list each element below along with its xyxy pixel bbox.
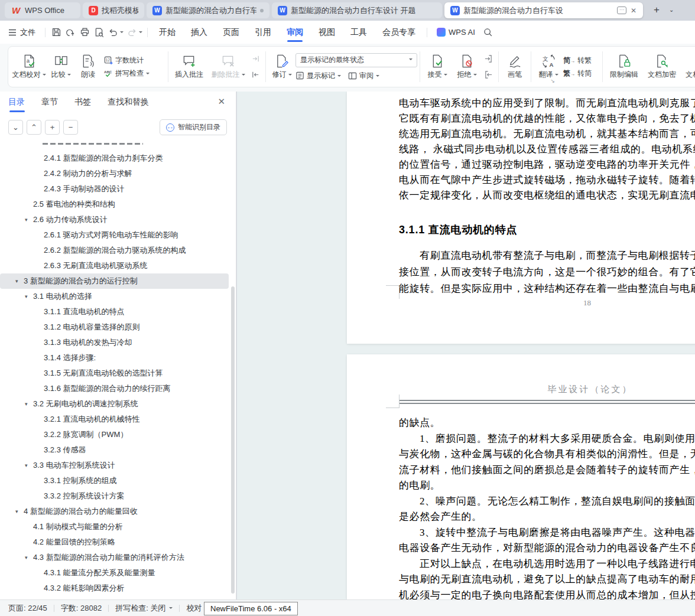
markup-state-dropdown[interactable]: 显示标记的最终状态 (295, 53, 417, 67)
undo-button[interactable] (106, 25, 120, 40)
window-tab[interactable]: W 新型能源的混合动力自行车设 ⋯ ✕ (444, 2, 643, 18)
chevron-down-icon[interactable]: ▾ (25, 217, 33, 223)
chevron-down-icon[interactable]: ▾ (25, 462, 33, 468)
menu-item[interactable]: 页面 (215, 21, 247, 44)
toc-item[interactable]: ▾ 3.1.1 直流电动机的特点 (0, 304, 229, 320)
toc-item[interactable]: ▾ 3.1 电动机的选择 (0, 289, 229, 304)
review-pane-button[interactable]: 审阅 (348, 71, 379, 81)
menu-item[interactable]: 视图 (311, 21, 343, 44)
page-indicator[interactable]: 页面: 22/45 (8, 603, 47, 614)
sidebar-tab[interactable]: 查找和替换 (108, 97, 149, 111)
document-page-19[interactable]: 毕业设计（论文） 的缺点。 1、磨损问题。整流子的材料大多采用硬质合金。电刷则使… (347, 354, 695, 599)
redo-button[interactable] (125, 25, 139, 40)
print-button[interactable] (77, 25, 92, 40)
toc-item[interactable]: ▾ 3.3.1 控制系统的组成 (0, 473, 229, 488)
close-tab-icon[interactable]: ✕ (630, 6, 637, 15)
document-page-18[interactable]: 18 电动车驱动系统中的应用受到了限制。而无刷直流电动机则克服了有刷 它既有有刷… (347, 92, 695, 344)
reject-button[interactable]: 拒绝 (452, 49, 482, 84)
proofread-button[interactable]: a 文档校对 (11, 49, 47, 84)
delete-comment-button[interactable]: 删除批注 (207, 49, 249, 84)
chevron-down-icon[interactable]: ▾ (15, 509, 24, 514)
toc-item[interactable]: ▾ 3 新型能源的混合动力的运行控制 (0, 273, 229, 289)
toc-item[interactable]: ▾ 3.2.1 直流电动机的机械特性 (0, 412, 229, 427)
toc-item[interactable]: ▾ 3.2.3 传感器 (0, 442, 229, 458)
zoom-out-button[interactable]: − (63, 120, 78, 135)
toc-item[interactable]: ▾ 4.2 能量回馈的控制策略 (0, 534, 229, 550)
compare-button[interactable]: 比较 (47, 49, 74, 84)
sidebar-tab[interactable]: 目录 (8, 97, 25, 111)
sidebar-scrollbar[interactable] (231, 286, 235, 594)
print-preview-button[interactable] (92, 25, 106, 40)
toc-item[interactable]: ▾ 3.1.4 选择步骤: (0, 350, 229, 366)
word-count-button[interactable]: 12 字数统计 (104, 56, 144, 66)
file-menu-button[interactable]: 文件 (0, 27, 41, 38)
next-revision-button[interactable] (482, 69, 495, 82)
word-count-indicator[interactable]: 字数: 28082 (61, 603, 102, 614)
export-button[interactable] (63, 25, 77, 40)
search-button[interactable] (481, 25, 495, 40)
zoom-in-button[interactable]: + (45, 120, 60, 135)
sidebar-tab[interactable]: 章节 (41, 97, 58, 111)
toc-item[interactable]: ▾ 2.6.2 新型能源的混合动力驱动系统的构成 (0, 243, 229, 258)
chevron-down-icon[interactable]: ▾ (15, 278, 24, 284)
toc-item[interactable]: ▾ 2.4.1 新型能源的混合动力刹车分类 (0, 151, 229, 166)
ribbon-expand-icon[interactable]: ↘ (550, 78, 555, 84)
toc-item[interactable]: ▾ 4.1 制动模式与能量的分析 (0, 519, 229, 534)
previous-comment-button[interactable] (249, 53, 262, 66)
collapse-all-button[interactable]: ⌃ (27, 120, 41, 135)
redo-dropdown-icon[interactable] (139, 31, 142, 35)
window-tab[interactable]: W WPS Office ⋯ ✕ (5, 2, 80, 18)
toc-item[interactable]: ▾ 3.2.2 脉宽调制（PWM） (0, 427, 229, 442)
toc-item[interactable]: ▾ 3.1.2 电动机容量选择的原则 (0, 320, 229, 335)
new-tab-button[interactable]: + (649, 4, 664, 16)
chevron-down-icon[interactable]: ▾ (25, 401, 33, 407)
window-tab[interactable]: D 找稻壳模板 ⋯ ✕ (83, 2, 144, 18)
traditional-to-simplified-button[interactable]: 繁→ 转简 (563, 69, 592, 79)
toc-item[interactable]: ▾ 3.1.3 电动机的发热与冷却 (0, 335, 229, 350)
sidebar-tab[interactable]: 书签 (74, 97, 91, 111)
chevron-down-icon[interactable]: ▾ (25, 294, 33, 299)
spell-check-button[interactable]: ABC 拼写检查 (104, 69, 150, 79)
menu-item[interactable]: 引用 (247, 21, 279, 44)
restrict-editing-button[interactable]: 限制编辑 (605, 49, 643, 84)
expand-all-button[interactable]: ⌄ (8, 120, 23, 135)
toc-item[interactable]: ▾ 2.4.2 制动力的分析与求解 (0, 166, 229, 181)
undo-dropdown-icon[interactable] (120, 31, 124, 35)
toc-item[interactable]: ▾ 3.2 无刷电动机的调速控制系统 (0, 396, 229, 412)
menu-item[interactable]: 审阅 (279, 21, 311, 44)
toc-item[interactable]: ▾ 3.1.5 无刷直流电动轮毂的选型计算 (0, 366, 229, 381)
track-changes-button[interactable]: 修订 (268, 49, 295, 84)
wps-ai-button[interactable]: WPS AI (431, 28, 481, 37)
pen-button[interactable]: 画笔 (501, 49, 528, 84)
toc-item[interactable]: ▾ 2.6.3 无刷直流电动机驱动系统 (0, 258, 229, 273)
show-markup-button[interactable]: 显示标记 (295, 71, 341, 81)
spell-check-indicator[interactable]: 拼写检查: 关闭 (115, 603, 165, 614)
accept-button[interactable]: 接受 (423, 49, 452, 84)
menu-item[interactable]: 工具 (343, 21, 375, 44)
toc-item[interactable]: ▾ 2.5 蓄电池的种类和结构 (0, 197, 229, 212)
encrypt-document-button[interactable]: 文档加密 (643, 49, 681, 84)
proofread-indicator[interactable]: 校对 (186, 603, 202, 614)
toc-item[interactable]: ▾ 2.4.3 手动制动器的设计 (0, 181, 229, 197)
toc-item[interactable]: ▾ 4 新型能源的混合动力的能量回收 (0, 504, 229, 519)
tab-list-dropdown-icon[interactable]: ⌄ (667, 6, 676, 13)
menu-item[interactable]: 插入 (183, 21, 215, 44)
window-tab[interactable]: W 新型能源的混合动力自行车设计 任 ⋯ ✕ (147, 2, 269, 18)
toc-item[interactable]: ▾ 4.3.1 能量流分配关系及能量测量 (0, 565, 229, 581)
toc-item[interactable]: ▾ 3.3.2 控制系统设计方案 (0, 488, 229, 504)
smart-toc-button[interactable]: 智能识别目录 (160, 119, 227, 135)
simplified-to-traditional-button[interactable]: 简→ 转繁 (563, 56, 592, 66)
menu-item[interactable]: 开始 (151, 21, 183, 44)
toc-item[interactable]: ▾ 2.6.1 驱动方式对两轮电动车性能的影响 (0, 227, 229, 243)
toc-item[interactable]: ▾ 2.6 动力传动系统设计 (0, 212, 229, 227)
toc-item[interactable]: ▾ 3.1.6 新型能源的混合动力的续行距离 (0, 381, 229, 396)
chevron-down-icon[interactable] (169, 607, 173, 611)
menu-item[interactable]: 会员专享 (375, 21, 423, 44)
previous-revision-button[interactable] (482, 53, 495, 66)
insert-comment-button[interactable]: 插入批注 (171, 49, 207, 84)
finalize-document-button[interactable]: 文档定稿 (681, 49, 695, 84)
next-comment-button[interactable] (249, 69, 262, 82)
close-sidebar-icon[interactable]: ✕ (217, 96, 225, 107)
chat-icon[interactable]: ⋯ (617, 6, 626, 14)
toc-item[interactable]: ▾ 4.3 新型能源的混合动力能量的消耗评价方法 (0, 550, 229, 565)
